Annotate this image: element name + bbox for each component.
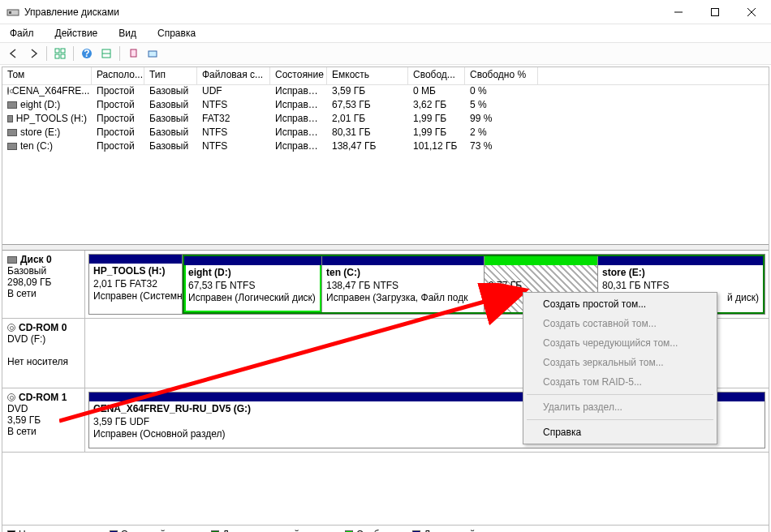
svg-rect-14: [131, 49, 136, 57]
col-fs[interactable]: Файловая с...: [197, 67, 270, 84]
settings-button[interactable]: [97, 45, 115, 62]
maximize-button[interactable]: [696, 1, 733, 24]
cdrom-1-header[interactable]: CD-ROM 1 DVD 3,59 ГБ В сети: [2, 388, 85, 452]
disk-0-header[interactable]: Диск 0 Базовый 298,09 ГБ В сети: [2, 251, 85, 318]
volume-icon: [7, 143, 17, 150]
volume-row[interactable]: store (E:)ПростойБазовыйNTFSИсправен...8…: [2, 127, 769, 140]
menu-action[interactable]: Действие: [49, 27, 105, 40]
ctx-create-simple-volume[interactable]: Создать простой том...: [525, 294, 715, 314]
action-button[interactable]: [124, 45, 142, 62]
col-cap[interactable]: Емкость: [327, 67, 408, 84]
help-button[interactable]: ?: [78, 45, 96, 62]
partition-ten[interactable]: ten (C:)138,47 ГБ NTFSИсправен (Загрузка…: [322, 256, 485, 312]
menu-file[interactable]: Файл: [3, 27, 41, 40]
svg-rect-9: [61, 54, 65, 58]
disc-icon: [7, 324, 15, 332]
list-header[interactable]: Том Располо... Тип Файловая с... Состоян…: [2, 67, 769, 85]
views-button[interactable]: [51, 45, 69, 62]
primary-bar: [89, 255, 182, 264]
properties-button[interactable]: [144, 45, 162, 62]
volume-name: CENA_X64FRE...: [12, 85, 89, 97]
disk-graphical-view: Диск 0 Базовый 298,09 ГБ В сети HP_TOOLS…: [2, 251, 769, 525]
volume-name: store (E:): [20, 127, 60, 138]
disc-icon: [7, 393, 15, 401]
svg-text:?: ?: [84, 48, 89, 59]
col-layout[interactable]: Располо...: [92, 67, 144, 84]
volume-list[interactable]: Том Располо... Тип Файловая с... Состоян…: [2, 67, 769, 244]
legend: Не распределена Основной раздел Дополнит…: [2, 525, 769, 532]
menu-help[interactable]: Справка: [151, 27, 202, 40]
volume-name: ten (C:): [20, 140, 53, 152]
ctx-help[interactable]: Справка: [525, 423, 715, 442]
svg-rect-6: [55, 49, 59, 53]
cdrom-0-header[interactable]: CD-ROM 0 DVD (F:) Нет носителя: [2, 319, 85, 388]
menu-view[interactable]: Вид: [112, 27, 143, 40]
col-free[interactable]: Свобод...: [408, 67, 465, 84]
back-button[interactable]: [5, 45, 23, 62]
col-state[interactable]: Состояние: [270, 67, 327, 84]
close-button[interactable]: [733, 1, 769, 24]
svg-rect-7: [61, 49, 65, 53]
toolbar: ?: [0, 42, 771, 65]
ctx-create-raid5-volume: Создать том RAID-5...: [525, 372, 715, 392]
context-menu: Создать простой том... Создать составной…: [523, 292, 717, 444]
volume-row[interactable]: eight (D:)ПростойБазовыйNTFSИсправен...6…: [2, 99, 769, 113]
ctx-create-spanned-volume: Создать составной том...: [525, 314, 715, 333]
ctx-create-mirrored-volume: Создать зеркальный том...: [525, 353, 715, 372]
volume-name: HP_TOOLS (H:): [16, 113, 87, 124]
window-title: Управление дисками: [24, 6, 660, 18]
minimize-button[interactable]: [660, 1, 696, 24]
volume-icon: [7, 115, 13, 122]
splitter[interactable]: [2, 244, 769, 251]
volume-row[interactable]: ten (C:)ПростойБазовыйNTFSИсправен...138…: [2, 140, 769, 154]
volume-icon: [7, 129, 17, 136]
volume-row[interactable]: CENA_X64FRE...ПростойБазовыйUDFИсправен.…: [2, 85, 769, 99]
partition-hp-tools[interactable]: HP_TOOLS (H:)2,01 ГБ FAT32Исправен (Сист…: [89, 255, 183, 314]
col-type[interactable]: Тип: [144, 67, 197, 84]
ctx-create-striped-volume: Создать чередующийся том...: [525, 333, 715, 353]
ctx-delete-partition: Удалить раздел...: [525, 397, 715, 417]
svg-rect-1: [9, 11, 11, 14]
menu-bar: Файл Действие Вид Справка: [0, 24, 771, 42]
content-area: Том Располо... Тип Файловая с... Состоян…: [2, 66, 769, 532]
app-icon: [6, 6, 19, 19]
svg-rect-3: [711, 8, 718, 15]
svg-rect-15: [149, 51, 157, 57]
volume-row[interactable]: HP_TOOLS (H:)ПростойБазовыйFAT32Исправен…: [2, 113, 769, 127]
volume-name: eight (D:): [20, 99, 60, 110]
title-bar: Управление дисками: [0, 0, 771, 24]
disk-icon: [7, 256, 17, 264]
partition-eight[interactable]: eight (D:)67,53 ГБ NTFSИсправен (Логичес…: [184, 256, 322, 312]
svg-rect-8: [55, 54, 59, 58]
disc-icon: [7, 87, 9, 95]
col-volume[interactable]: Том: [2, 67, 92, 84]
forward-button[interactable]: [24, 45, 42, 62]
volume-icon: [7, 101, 17, 109]
col-pct[interactable]: Свободно %: [465, 67, 538, 84]
